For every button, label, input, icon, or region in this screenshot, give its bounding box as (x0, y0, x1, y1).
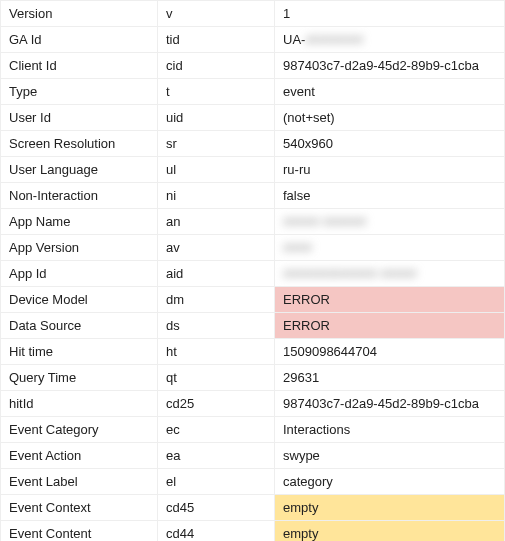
param-key: av (158, 235, 275, 261)
param-label: Event Content (1, 521, 158, 542)
param-label: Event Category (1, 417, 158, 443)
param-value: empty (275, 495, 505, 521)
param-label: Query Time (1, 365, 158, 391)
param-value: UA-######## (275, 27, 505, 53)
redacted-text: ##### ###### (283, 214, 366, 229)
param-label: Client Id (1, 53, 158, 79)
param-key: v (158, 1, 275, 27)
value-text: 29631 (283, 370, 319, 385)
table-row: App Namean##### ###### (1, 209, 505, 235)
param-label: User Id (1, 105, 158, 131)
value-text: Interactions (283, 422, 350, 437)
param-key: ni (158, 183, 275, 209)
table-row: Typetevent (1, 79, 505, 105)
param-value: 540x960 (275, 131, 505, 157)
redacted-text: ######## (305, 32, 363, 47)
param-label: App Version (1, 235, 158, 261)
value-text: category (283, 474, 333, 489)
value-text: false (283, 188, 310, 203)
table-row: User Iduid(not+set) (1, 105, 505, 131)
param-value: event (275, 79, 505, 105)
data-table: Versionv1GA IdtidUA-########Client Idcid… (0, 0, 505, 541)
param-value: empty (275, 521, 505, 542)
param-label: Event Label (1, 469, 158, 495)
param-value: 1 (275, 1, 505, 27)
param-value: #### (275, 235, 505, 261)
param-key: aid (158, 261, 275, 287)
param-key: uid (158, 105, 275, 131)
value-text: ru-ru (283, 162, 310, 177)
param-key: cd45 (158, 495, 275, 521)
param-key: sr (158, 131, 275, 157)
value-text: empty (283, 526, 318, 541)
param-label: Version (1, 1, 158, 27)
value-text: 987403c7-d2a9-45d2-89b9-c1cba (283, 58, 479, 73)
param-label: User Language (1, 157, 158, 183)
redacted-text: #### (283, 240, 312, 255)
param-value: ERROR (275, 287, 505, 313)
param-key: cid (158, 53, 275, 79)
param-key: ec (158, 417, 275, 443)
table-row: App Versionav#### (1, 235, 505, 261)
param-value: ##### ###### (275, 209, 505, 235)
param-key: cd44 (158, 521, 275, 542)
param-key: t (158, 79, 275, 105)
table-row: Data SourcedsERROR (1, 313, 505, 339)
table-row: App Idaid############# ##### (1, 261, 505, 287)
param-value: swype (275, 443, 505, 469)
param-value: 1509098644704 (275, 339, 505, 365)
ga-hit-table: Versionv1GA IdtidUA-########Client Idcid… (0, 0, 505, 541)
param-key: qt (158, 365, 275, 391)
table-row: Client Idcid987403c7-d2a9-45d2-89b9-c1cb… (1, 53, 505, 79)
table-row: hitIdcd25987403c7-d2a9-45d2-89b9-c1cba (1, 391, 505, 417)
param-label: Non-Interaction (1, 183, 158, 209)
table-row: Screen Resolutionsr540x960 (1, 131, 505, 157)
param-label: Screen Resolution (1, 131, 158, 157)
param-key: ul (158, 157, 275, 183)
table-row: Event Actioneaswype (1, 443, 505, 469)
param-label: Device Model (1, 287, 158, 313)
table-row: User Languageulru-ru (1, 157, 505, 183)
redacted-text: ############# ##### (283, 266, 417, 281)
param-value: 987403c7-d2a9-45d2-89b9-c1cba (275, 391, 505, 417)
param-key: cd25 (158, 391, 275, 417)
param-key: ds (158, 313, 275, 339)
param-value: ERROR (275, 313, 505, 339)
table-row: Hit timeht1509098644704 (1, 339, 505, 365)
param-label: GA Id (1, 27, 158, 53)
param-label: Event Action (1, 443, 158, 469)
param-label: App Name (1, 209, 158, 235)
value-text: 1 (283, 6, 290, 21)
value-text: event (283, 84, 315, 99)
param-label: Data Source (1, 313, 158, 339)
param-label: App Id (1, 261, 158, 287)
value-text: empty (283, 500, 318, 515)
value-text: swype (283, 448, 320, 463)
value-text: 987403c7-d2a9-45d2-89b9-c1cba (283, 396, 479, 411)
param-value: category (275, 469, 505, 495)
value-text: UA- (283, 32, 305, 47)
param-key: dm (158, 287, 275, 313)
value-text: ERROR (283, 318, 330, 333)
param-key: an (158, 209, 275, 235)
table-row: Event CategoryecInteractions (1, 417, 505, 443)
param-value: ru-ru (275, 157, 505, 183)
param-value: (not+set) (275, 105, 505, 131)
param-value: false (275, 183, 505, 209)
table-row: GA IdtidUA-######## (1, 27, 505, 53)
table-row: Event Contextcd45empty (1, 495, 505, 521)
value-text: ERROR (283, 292, 330, 307)
param-key: tid (158, 27, 275, 53)
param-key: ht (158, 339, 275, 365)
table-row: Non-Interactionnifalse (1, 183, 505, 209)
table-row: Versionv1 (1, 1, 505, 27)
table-row: Device ModeldmERROR (1, 287, 505, 313)
param-value: 29631 (275, 365, 505, 391)
table-row: Event Labelelcategory (1, 469, 505, 495)
table-row: Query Timeqt29631 (1, 365, 505, 391)
param-label: Type (1, 79, 158, 105)
param-value: Interactions (275, 417, 505, 443)
param-label: Event Context (1, 495, 158, 521)
value-text: (not+set) (283, 110, 335, 125)
value-text: 540x960 (283, 136, 333, 151)
